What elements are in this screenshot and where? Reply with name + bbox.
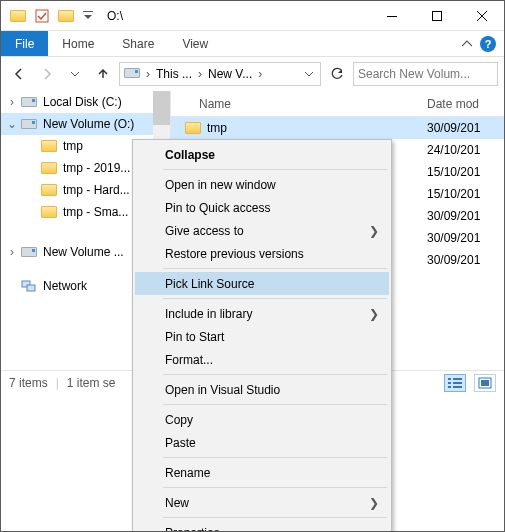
qat-dropdown-icon[interactable]: [79, 7, 97, 25]
breadcrumb-seg[interactable]: This ...: [154, 67, 194, 81]
context-menu: CollapseOpen in new windowPin to Quick a…: [132, 139, 392, 532]
tree-item[interactable]: ›Local Disk (C:): [1, 91, 170, 113]
column-date[interactable]: Date mod: [421, 97, 479, 111]
menu-item[interactable]: Include in library❯: [135, 302, 389, 325]
tree-item-label: Network: [43, 279, 87, 293]
file-date: 30/09/201: [421, 253, 480, 267]
scrollbar-thumb[interactable]: [153, 91, 170, 125]
folder-icon: [57, 7, 75, 25]
chevron-right-icon[interactable]: ›: [196, 67, 204, 81]
menu-item[interactable]: Restore previous versions: [135, 242, 389, 265]
menu-item[interactable]: Copy: [135, 408, 389, 431]
address-bar: › This ... › New V... › Search New Volum…: [1, 57, 504, 91]
chevron-right-icon[interactable]: ›: [256, 67, 264, 81]
menu-item[interactable]: Format...: [135, 348, 389, 371]
svg-rect-6: [448, 378, 451, 380]
tree-item-label: tmp - 2019...: [63, 161, 130, 175]
svg-rect-7: [453, 378, 462, 380]
tab-home[interactable]: Home: [48, 31, 108, 56]
ribbon-expand-icon[interactable]: [462, 39, 472, 49]
breadcrumb-seg[interactable]: New V...: [206, 67, 254, 81]
tree-item-label: tmp - Hard...: [63, 183, 130, 197]
svg-rect-9: [453, 382, 462, 384]
menu-separator: [163, 404, 387, 405]
tree-item-label: New Volume (O:): [43, 117, 134, 131]
tab-view[interactable]: View: [168, 31, 222, 56]
folder-icon: [41, 206, 57, 218]
maximize-button[interactable]: [414, 1, 459, 30]
svg-rect-5: [27, 285, 35, 291]
menu-item[interactable]: Give access to❯: [135, 219, 389, 242]
breadcrumb-dropdown-icon[interactable]: [300, 69, 318, 79]
folder-icon: [41, 162, 57, 174]
svg-rect-11: [453, 386, 462, 388]
svg-rect-8: [448, 382, 451, 384]
menu-separator: [163, 457, 387, 458]
svg-rect-3: [432, 11, 441, 20]
forward-button[interactable]: [35, 62, 59, 86]
folder-icon: [185, 122, 201, 134]
qat-checkbox-icon[interactable]: [33, 7, 51, 25]
menu-item[interactable]: Collapse: [135, 143, 389, 166]
status-selection: 1 item se: [67, 376, 116, 390]
file-tab[interactable]: File: [1, 31, 48, 56]
menu-item[interactable]: Paste: [135, 431, 389, 454]
menu-item[interactable]: Pin to Quick access: [135, 196, 389, 219]
file-date: 30/09/201: [421, 231, 480, 245]
folder-icon: [41, 184, 57, 196]
breadcrumb[interactable]: › This ... › New V... ›: [119, 62, 321, 86]
recent-dropdown-icon[interactable]: [63, 62, 87, 86]
folder-icon: [9, 7, 27, 25]
tree-item-label: Local Disk (C:): [43, 95, 122, 109]
tree-twisty-icon[interactable]: ›: [5, 245, 19, 259]
tree-twisty-icon[interactable]: ⌄: [5, 117, 19, 131]
chevron-right-icon[interactable]: ›: [144, 67, 152, 81]
tree-item-label: tmp - Sma...: [63, 205, 128, 219]
svg-rect-13: [481, 380, 489, 386]
back-button[interactable]: [7, 62, 31, 86]
menu-item[interactable]: New❯: [135, 491, 389, 514]
view-large-icons-button[interactable]: [474, 374, 496, 392]
chevron-right-icon: ❯: [369, 496, 379, 510]
tree-item[interactable]: ⌄New Volume (O:): [1, 113, 170, 135]
search-input[interactable]: Search New Volum...: [353, 62, 498, 86]
up-button[interactable]: [91, 62, 115, 86]
network-icon: [21, 279, 37, 293]
menu-separator: [163, 169, 387, 170]
file-date: 30/09/201: [421, 121, 480, 135]
menu-item[interactable]: Open in new window: [135, 173, 389, 196]
file-date: 15/10/201: [421, 187, 480, 201]
tree-twisty-icon[interactable]: ›: [5, 95, 19, 109]
file-date: 24/10/201: [421, 143, 480, 157]
svg-rect-2: [387, 16, 397, 17]
svg-rect-10: [448, 386, 451, 388]
quick-access-toolbar: [1, 7, 97, 25]
table-row[interactable]: tmp30/09/201: [171, 117, 504, 139]
column-headers: Name Date mod: [171, 91, 504, 117]
tab-share[interactable]: Share: [108, 31, 168, 56]
status-count: 7 items: [9, 376, 48, 390]
refresh-button[interactable]: [325, 62, 349, 86]
tree-item-label: tmp: [63, 139, 83, 153]
drive-icon: [21, 247, 37, 257]
folder-icon: [41, 140, 57, 152]
menu-separator: [163, 268, 387, 269]
help-icon[interactable]: ?: [480, 36, 496, 52]
menu-item[interactable]: Pick Link Source: [135, 272, 389, 295]
file-date: 15/10/201: [421, 165, 480, 179]
window-title: O:\: [107, 9, 123, 23]
window-controls: [369, 1, 504, 30]
tree-item-label: New Volume ...: [43, 245, 124, 259]
column-name[interactable]: Name: [171, 97, 421, 111]
view-details-button[interactable]: [444, 374, 466, 392]
menu-separator: [163, 298, 387, 299]
menu-item[interactable]: Rename: [135, 461, 389, 484]
close-button[interactable]: [459, 1, 504, 30]
menu-item[interactable]: Properties: [135, 521, 389, 532]
minimize-button[interactable]: [369, 1, 414, 30]
svg-rect-0: [36, 10, 48, 22]
menu-item[interactable]: Open in Visual Studio: [135, 378, 389, 401]
menu-item[interactable]: Pin to Start: [135, 325, 389, 348]
drive-icon: [124, 67, 140, 81]
drive-icon: [21, 97, 37, 107]
